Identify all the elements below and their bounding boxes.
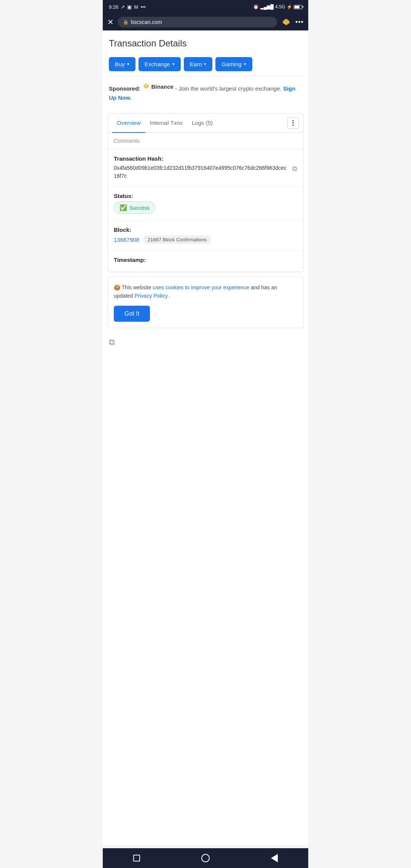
buy-chevron: ▾: [127, 62, 129, 67]
cookie-text: 🍪 This website uses cookies to improve y…: [114, 283, 297, 300]
tab-internal-txns[interactable]: Internal Txns: [145, 113, 187, 133]
block-number[interactable]: 13667908: [114, 236, 139, 243]
cookie-link-1[interactable]: uses cookies to improve your experience: [153, 284, 249, 290]
message-icon: ▣: [127, 4, 132, 10]
nav-buttons: Buy ▾ Exchange ▾ Earn ▾ Gaming ▾: [103, 53, 308, 76]
timestamp-label: Timestamp:: [114, 257, 297, 263]
hash-label: Transaction Hash:: [114, 155, 297, 162]
dots-icon: •••: [140, 4, 146, 10]
browser-bar: ✕ 🔒 bscscan.com •••: [103, 14, 308, 30]
hash-value-row: 0x4fa560d09b1e03fc1d232d11fb37916407e499…: [114, 164, 297, 180]
block-row: Block: 13667908 21867 Block Confirmation…: [108, 220, 303, 251]
sponsored-area: Sponsored: Binance - Join the world's la…: [103, 76, 308, 108]
battery-icon: [294, 5, 302, 9]
binance-icon: [142, 83, 150, 91]
mail-icon: M: [134, 4, 138, 10]
buy-label: Buy: [115, 61, 125, 67]
address-bar[interactable]: 🔒 bscscan.com: [118, 17, 277, 27]
charging-icon: ⚡: [287, 4, 292, 10]
gaming-label: Gaming: [221, 61, 242, 67]
check-circle-icon: ✅: [119, 204, 127, 211]
svg-marker-8: [143, 84, 148, 86]
cookie-text-before: This website: [122, 284, 153, 290]
status-value: Success: [129, 205, 150, 211]
status-bar: 9:26 ↗ ▣ M ••• ⏰ ▂▄▆█ 4.5G ⚡: [103, 0, 308, 14]
gaming-chevron: ▾: [244, 62, 246, 67]
tab-logs[interactable]: Logs (5): [187, 113, 217, 133]
signal-bars: ▂▄▆█: [260, 4, 274, 10]
got-it-button[interactable]: Got It: [114, 306, 150, 322]
network-label: 4.5G: [275, 4, 285, 10]
gaming-button[interactable]: Gaming ▾: [215, 57, 252, 71]
status-badge: ✅ Success: [114, 201, 155, 214]
earn-chevron: ▾: [204, 62, 206, 67]
status-left: 9:26 ↗ ▣ M •••: [109, 4, 146, 10]
status-right: ⏰ ▂▄▆█ 4.5G ⚡: [253, 4, 302, 10]
binance-logo[interactable]: [281, 17, 292, 27]
time: 9:26: [109, 4, 118, 10]
status-label: Status:: [114, 193, 297, 199]
battery-fill: [295, 6, 299, 8]
exchange-button[interactable]: Exchange ▾: [139, 57, 181, 71]
binance-brand-text: Binance: [151, 82, 174, 91]
sponsored-label: Sponsored:: [109, 85, 140, 92]
earn-button[interactable]: Earn ▾: [184, 57, 213, 71]
address-text: bscscan.com: [131, 19, 162, 25]
sub-tab-row: Comments: [108, 133, 303, 149]
sponsored-text: - Join the world's largest crypto exchan…: [175, 85, 282, 92]
page-title-area: Transaction Details: [103, 30, 308, 53]
block-value-row: 13667908 21867 Block Confirmations: [114, 235, 297, 244]
tab-more-button[interactable]: [287, 117, 299, 129]
alarm-icon: ⏰: [253, 4, 259, 10]
exchange-chevron: ▾: [172, 62, 175, 67]
cookie-icon: 🍪: [114, 284, 120, 290]
timestamp-row: Timestamp:: [108, 251, 303, 272]
exchange-label: Exchange: [145, 61, 170, 67]
tab-overview[interactable]: Overview: [112, 113, 145, 133]
extra-copy-area: ⧉: [103, 333, 308, 378]
cookie-text-after: .: [169, 293, 171, 299]
transaction-hash-row: Transaction Hash: 0x4fa560d09b1e03fc1d23…: [108, 149, 303, 187]
earn-label: Earn: [190, 61, 202, 67]
copy-hash-button[interactable]: ⧉: [292, 165, 297, 173]
copy-icon-bottom[interactable]: ⧉: [109, 337, 115, 347]
cookie-banner: 🍪 This website uses cookies to improve y…: [107, 277, 304, 328]
tab-comments[interactable]: Comments: [114, 138, 140, 144]
hash-value: 0x4fa560d09b1e03fc1d232d11fb37916407e499…: [114, 164, 289, 180]
main-content: Transaction Details Buy ▾ Exchange ▾ Ear…: [103, 30, 308, 845]
close-button[interactable]: ✕: [107, 18, 114, 27]
transaction-card: Overview Internal Txns Logs (5) Comments…: [107, 113, 304, 272]
signal-icon: ↗: [121, 4, 125, 10]
menu-dots[interactable]: •••: [295, 18, 304, 26]
binance-brand: Binance: [142, 82, 174, 91]
block-label: Block:: [114, 227, 297, 233]
cookie-privacy-link[interactable]: Privacy Policy: [135, 293, 168, 299]
lock-icon: 🔒: [123, 19, 129, 25]
status-row: Status: ✅ Success: [108, 187, 303, 220]
page-title: Transaction Details: [109, 38, 302, 49]
block-confirmations: 21867 Block Confirmations: [143, 235, 211, 244]
tabs-row: Overview Internal Txns Logs (5): [108, 113, 303, 133]
buy-button[interactable]: Buy ▾: [109, 57, 135, 71]
